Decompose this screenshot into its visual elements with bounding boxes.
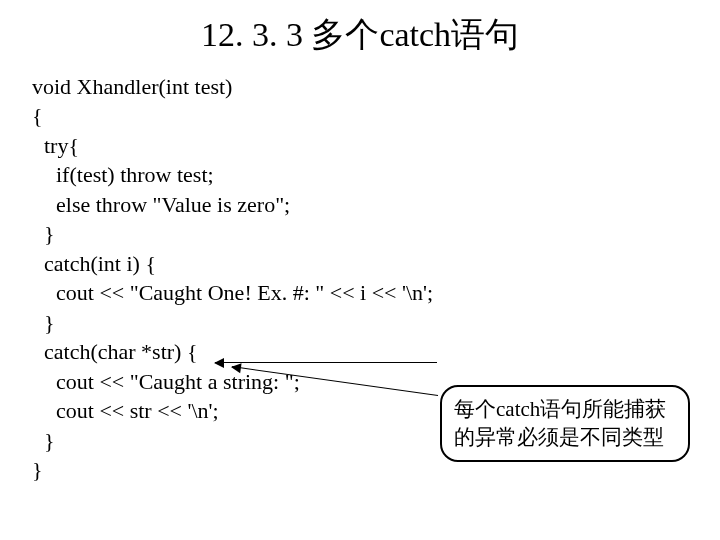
code-line: } <box>44 219 720 248</box>
callout-text: 的异常必须是不同类型 <box>454 423 676 451</box>
code-line: else throw "Value is zero"; <box>56 190 720 219</box>
code-line: if(test) throw test; <box>56 160 720 189</box>
code-line: } <box>44 308 720 337</box>
code-line: catch(int i) { <box>44 249 720 278</box>
code-line: try{ <box>44 131 720 160</box>
code-line: { <box>32 101 720 130</box>
slide-title: 12. 3. 3 多个catch语句 <box>0 12 720 58</box>
arrow-icon <box>215 362 437 363</box>
code-line: void Xhandler(int test) <box>32 72 720 101</box>
callout-text: 每个catch语句所能捕获 <box>454 395 676 423</box>
code-line: cout << "Caught One! Ex. #: " << i << '\… <box>56 278 720 307</box>
callout-box: 每个catch语句所能捕获 的异常必须是不同类型 <box>440 385 690 462</box>
